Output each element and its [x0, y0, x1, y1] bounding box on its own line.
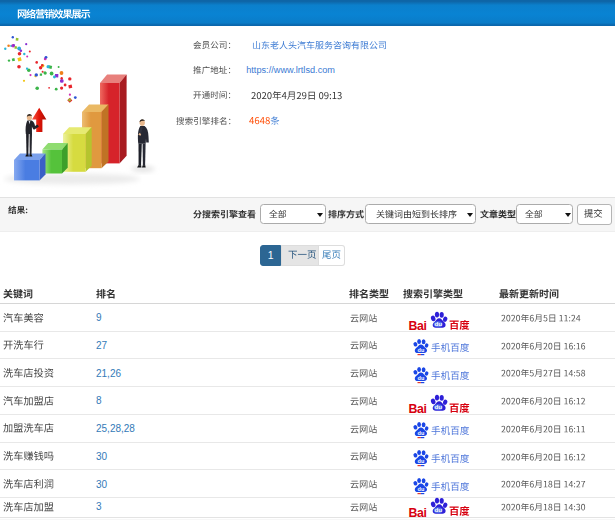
svg-text:du: du [417, 485, 424, 491]
svg-text:du: du [417, 430, 424, 436]
svg-text:du: du [435, 403, 443, 410]
svg-text:du: du [435, 320, 443, 327]
svg-text:du: du [417, 374, 424, 380]
svg-text:du: du [417, 457, 424, 463]
svg-text:du: du [435, 507, 443, 514]
svg-text:du: du [417, 347, 424, 353]
